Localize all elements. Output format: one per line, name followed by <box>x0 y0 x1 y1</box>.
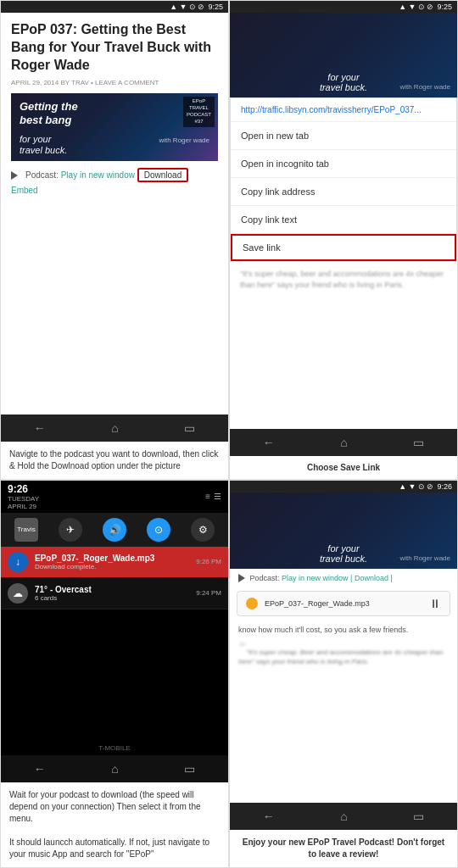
recents-icon-tl[interactable]: ▭ <box>184 421 195 435</box>
bl-time: 9:26 <box>8 483 39 495</box>
time-tl: 9:25 <box>208 3 223 11</box>
play-new-window-link[interactable]: Play in new window <box>61 170 135 180</box>
notif-download-title: EPoP_037-_Roger_Wade.mp3 <box>35 554 189 563</box>
context-item-save-link[interactable]: Save link <box>231 234 456 261</box>
qs-volume-icon[interactable]: 🔊 <box>103 518 126 542</box>
play-icon-br <box>238 574 245 582</box>
cell-bottom-right: ▲ ▼ ⊙ ⊘ 9:26 for yourtravel buck. with R… <box>229 480 458 868</box>
home-icon-br[interactable]: ⌂ <box>340 810 347 823</box>
recents-icon-bl[interactable]: ▭ <box>184 762 195 776</box>
play-icon-tl <box>11 171 18 180</box>
article-title: EPoP 037: Getting the Best Bang for Your… <box>11 21 218 74</box>
caption-br: Enjoy your new EPoP Travel Podcast! Don'… <box>230 830 457 867</box>
pause-icon[interactable]: ⏸ <box>429 597 441 610</box>
image-credit-tl: with Roger wade <box>159 136 209 144</box>
qs-wifi-icon[interactable]: ⊙ <box>147 518 170 542</box>
article-image: EPoPTRAVELPODCAST#37 Getting the best ba… <box>11 93 218 161</box>
time-br: 9:26 <box>437 482 452 491</box>
context-item-copy-text[interactable]: Copy link text <box>231 206 456 234</box>
bl-icon2: ☰ <box>214 492 221 501</box>
image-text-line1: Getting the <box>20 100 78 113</box>
back-icon-bl[interactable]: ← <box>34 762 46 776</box>
qs-airplane-icon[interactable]: ✈ <box>59 518 82 542</box>
weather-notif-icon: ☁ <box>8 583 28 604</box>
notif-download[interactable]: ↓ EPoP_037-_Roger_Wade.mp3 Download comp… <box>1 547 228 578</box>
carrier-label: T-MOBILE <box>1 741 228 755</box>
tr-image-credit: with Roger wade <box>399 83 450 91</box>
cell-bottom-left: 9:26 TUESDAY APRIL 29 ≡ ☰ Travis ✈ 🔊 ⊙ ⚙… <box>0 480 229 868</box>
recents-icon-tr[interactable]: ▭ <box>413 436 424 449</box>
tr-image-area: for yourtravel buck. with Roger wade <box>230 13 457 97</box>
audio-progress-icon <box>246 598 258 609</box>
download-button-tl[interactable]: Download <box>137 168 188 182</box>
time-date-bl: 9:26 TUESDAY APRIL 29 <box>8 483 39 510</box>
recents-icon-br[interactable]: ▭ <box>413 810 424 823</box>
travis-icon: Travis <box>14 518 38 542</box>
download-notif-icon: ↓ <box>8 552 28 572</box>
bl-day: TUESDAY <box>8 495 39 503</box>
back-icon-tr[interactable]: ← <box>263 436 275 449</box>
context-item-incognito[interactable]: Open in incognito tab <box>231 150 456 178</box>
status-bar-bl: 9:26 TUESDAY APRIL 29 ≡ ☰ <box>1 481 228 513</box>
context-item-open-new-tab[interactable]: Open in new tab <box>231 122 456 150</box>
quick-settings: Travis ✈ 🔊 ⊙ ⚙ <box>1 513 228 547</box>
podcast-text: Podcast: Play in new window Download <box>25 168 188 182</box>
context-menu: http://traffic.libsyn.com/travissherry/E… <box>230 97 457 262</box>
back-icon-br[interactable]: ← <box>263 810 275 823</box>
notif-download-text: EPoP_037-_Roger_Wade.mp3 Download comple… <box>35 554 189 570</box>
podcast-line: Podcast: Play in new window Download <box>11 168 218 182</box>
status-icons-br: ▲ ▼ ⊙ ⊘ <box>399 482 433 491</box>
br-image-overlay: for yourtravel buck. <box>320 543 367 564</box>
cell-top-right: ▲ ▼ ⊙ ⊘ 9:25 for yourtravel buck. with R… <box>229 0 458 480</box>
home-icon-bl[interactable]: ⌂ <box>111 762 118 776</box>
notification-area: ↓ EPoP_037-_Roger_Wade.mp3 Download comp… <box>1 547 228 609</box>
nav-bar-bl: ← ⌂ ▭ <box>1 755 228 782</box>
notif-download-time: 9:26 PM <box>196 558 221 565</box>
br-quote: " "It's super cheap. Beer and accommodat… <box>230 641 457 670</box>
caption-bl-2: It should launcch automatically. If not,… <box>9 837 220 860</box>
status-bar-tr: ▲ ▼ ⊙ ⊘ 9:25 <box>230 1 457 13</box>
br-quote-text: "It's super cheap. Beer and accommodatio… <box>238 648 443 665</box>
br-article-text: know how much it'll cost, so you ask a f… <box>230 620 457 641</box>
caption-tl: Navigte to the podcast you want to downl… <box>1 442 228 479</box>
br-podcast-label: Podcast: <box>250 574 280 582</box>
br-podcast-links[interactable]: Play in new window | Download | <box>282 574 393 582</box>
notif-download-sub: Download complete. <box>35 563 189 570</box>
context-item-copy-address[interactable]: Copy link address <box>231 178 456 206</box>
audio-filename: EPoP_037-_Roger_Wade.mp3 <box>265 599 422 608</box>
caption-tr: Choose Save Link <box>230 456 457 479</box>
status-icons-tl: ▲ ▼ ⊙ ⊘ <box>170 3 204 11</box>
bl-status-icons: ≡ ☰ <box>205 492 221 501</box>
embed-link[interactable]: Embed <box>11 186 218 195</box>
notif-weather[interactable]: ☁ 71° - Overcast 6 cards 9:24 PM <box>1 578 228 609</box>
br-image-credit: with Roger wade <box>399 554 450 562</box>
br-image-area: for yourtravel buck. with Roger wade <box>230 492 457 569</box>
status-bar-br: ▲ ▼ ⊙ ⊘ 9:26 <box>230 481 457 492</box>
image-text-line2: best bang <box>20 114 71 126</box>
article-content: EPoP 037: Getting the Best Bang for Your… <box>1 13 228 203</box>
qs-settings-icon[interactable]: ⚙ <box>191 518 215 542</box>
notif-weather-sub: 6 cards <box>35 594 189 602</box>
image-overlay-tl: for yourtravel buck. <box>20 134 67 156</box>
caption-bl-1: Wait for your podcast to download (the s… <box>9 789 220 825</box>
back-icon-tl[interactable]: ← <box>34 421 46 435</box>
notif-weather-text: 71° - Overcast 6 cards <box>35 585 189 602</box>
home-icon-tr[interactable]: ⌂ <box>340 436 347 449</box>
quote-marks-icon: " <box>238 639 244 658</box>
nav-bar-tl: ← ⌂ ▭ <box>1 415 228 442</box>
notif-weather-time: 9:24 PM <box>196 589 221 597</box>
caption-bl: Wait for your podcast to download (the s… <box>1 782 228 867</box>
time-tr: 9:25 <box>437 3 452 11</box>
nav-bar-tr: ← ⌂ ▭ <box>230 429 457 456</box>
home-icon-tl[interactable]: ⌂ <box>111 421 118 435</box>
context-url: http://traffic.libsyn.com/travissherry/E… <box>231 98 456 122</box>
tr-image-overlay: for yourtravel buck. <box>320 72 367 92</box>
notif-weather-title: 71° - Overcast <box>35 585 189 594</box>
bl-date: APRIL 29 <box>8 503 39 510</box>
cell-top-left: ▲ ▼ ⊙ ⊘ 9:25 EPoP 037: Getting the Best … <box>0 0 229 480</box>
br-play-area: Podcast: Play in new window | Download | <box>230 569 457 588</box>
status-bar-tl: ▲ ▼ ⊙ ⊘ 9:25 <box>1 1 228 13</box>
article-meta: APRIL 29, 2014 BY TRAV • LEAVE A COMMENT <box>11 79 218 86</box>
audio-player[interactable]: EPoP_037-_Roger_Wade.mp3 ⏸ <box>237 591 450 616</box>
epop-badge: EPoPTRAVELPODCAST#37 <box>183 97 215 126</box>
